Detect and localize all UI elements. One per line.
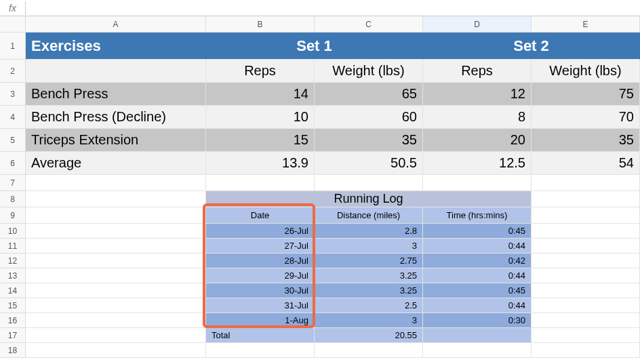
- row-header-9[interactable]: 9: [0, 207, 26, 224]
- cell-E18[interactable]: [532, 343, 640, 358]
- cell-B9[interactable]: Date: [206, 207, 315, 224]
- cell-C3[interactable]: 65: [315, 83, 423, 106]
- row-header-11[interactable]: 11: [0, 239, 26, 254]
- row-header-16[interactable]: 16: [0, 313, 26, 328]
- cell-B12[interactable]: 28-Jul: [206, 254, 315, 268]
- cell-C2[interactable]: Weight (lbs): [315, 60, 423, 83]
- cell-B10[interactable]: 26-Jul: [206, 224, 315, 239]
- cell-C9[interactable]: Distance (miles): [315, 207, 423, 224]
- cell-D12[interactable]: 0:42: [423, 254, 532, 268]
- row-header-5[interactable]: 5: [0, 129, 26, 152]
- cell-A11[interactable]: [26, 239, 206, 254]
- cell-E7[interactable]: [532, 175, 640, 191]
- cell-B3[interactable]: 14: [206, 83, 315, 106]
- cell-C14[interactable]: 3.25: [315, 283, 423, 298]
- cell-E5[interactable]: 35: [532, 129, 640, 152]
- row-header-13[interactable]: 13: [0, 268, 26, 283]
- cell-C7[interactable]: [315, 175, 423, 191]
- row-header-7[interactable]: 7: [0, 175, 26, 191]
- cell-B13[interactable]: 29-Jul: [206, 268, 315, 283]
- cell-E9[interactable]: [532, 207, 640, 224]
- cell-A2[interactable]: [26, 60, 206, 83]
- cell-A8[interactable]: [26, 191, 206, 207]
- cell-A9[interactable]: [26, 207, 206, 224]
- cell-E15[interactable]: [532, 298, 640, 313]
- row-header-15[interactable]: 15: [0, 298, 26, 313]
- row-header-3[interactable]: 3: [0, 83, 26, 106]
- cell-B2[interactable]: Reps: [206, 60, 315, 83]
- cell-A1[interactable]: Exercises: [26, 33, 206, 60]
- cell-C15[interactable]: 2.5: [315, 298, 423, 313]
- cell-E4[interactable]: 70: [532, 106, 640, 129]
- cell-A14[interactable]: [26, 283, 206, 298]
- cell-A10[interactable]: [26, 224, 206, 239]
- cell-D11[interactable]: 0:44: [423, 239, 532, 254]
- row-header-4[interactable]: 4: [0, 106, 26, 129]
- cell-E6[interactable]: 54: [532, 152, 640, 175]
- cell-A17[interactable]: [26, 328, 206, 343]
- col-header-C[interactable]: C: [315, 16, 423, 33]
- cell-D15[interactable]: 0:44: [423, 298, 532, 313]
- cell-C12[interactable]: 2.75: [315, 254, 423, 268]
- cell-E3[interactable]: 75: [532, 83, 640, 106]
- cell-A12[interactable]: [26, 254, 206, 268]
- select-all-corner[interactable]: [0, 16, 26, 33]
- cell-D13[interactable]: 0:44: [423, 268, 532, 283]
- cell-A4[interactable]: Bench Press (Decline): [26, 106, 206, 129]
- cell-C4[interactable]: 60: [315, 106, 423, 129]
- cell-A18[interactable]: [26, 343, 206, 358]
- cell-D3[interactable]: 12: [423, 83, 532, 106]
- cell-C13[interactable]: 3.25: [315, 268, 423, 283]
- col-header-E[interactable]: E: [532, 16, 640, 33]
- cell-B16[interactable]: 1-Aug: [206, 313, 315, 328]
- formula-input[interactable]: [26, 0, 640, 16]
- cell-D7[interactable]: [423, 175, 532, 191]
- cell-B8-D8[interactable]: Running Log: [206, 191, 532, 207]
- cell-A3[interactable]: Bench Press: [26, 83, 206, 106]
- row-header-12[interactable]: 12: [0, 254, 26, 268]
- cell-E14[interactable]: [532, 283, 640, 298]
- cell-B7[interactable]: [206, 175, 315, 191]
- col-header-D[interactable]: D: [423, 16, 532, 33]
- cell-A6[interactable]: Average: [26, 152, 206, 175]
- cell-B4[interactable]: 10: [206, 106, 315, 129]
- cell-D10[interactable]: 0:45: [423, 224, 532, 239]
- cell-E17[interactable]: [532, 328, 640, 343]
- cell-E10[interactable]: [532, 224, 640, 239]
- row-header-14[interactable]: 14: [0, 283, 26, 298]
- cell-E12[interactable]: [532, 254, 640, 268]
- cell-D9[interactable]: Time (hrs:mins): [423, 207, 532, 224]
- cell-D16[interactable]: 0:30: [423, 313, 532, 328]
- cell-C17[interactable]: 20.55: [315, 328, 423, 343]
- cell-B14[interactable]: 30-Jul: [206, 283, 315, 298]
- cell-B17[interactable]: Total: [206, 328, 315, 343]
- cell-D6[interactable]: 12.5: [423, 152, 532, 175]
- cell-B6[interactable]: 13.9: [206, 152, 315, 175]
- cell-A16[interactable]: [26, 313, 206, 328]
- cell-D2[interactable]: Reps: [423, 60, 532, 83]
- row-header-10[interactable]: 10: [0, 224, 26, 239]
- cell-C11[interactable]: 3: [315, 239, 423, 254]
- cell-E11[interactable]: [532, 239, 640, 254]
- cell-B5[interactable]: 15: [206, 129, 315, 152]
- cell-D1-E1[interactable]: Set 2: [423, 33, 640, 60]
- row-header-17[interactable]: 17: [0, 328, 26, 343]
- grid[interactable]: A B C D E 1 Exercises Set 1 Set 2 2 Reps…: [0, 16, 640, 358]
- cell-D4[interactable]: 8: [423, 106, 532, 129]
- cell-B1-C1[interactable]: Set 1: [206, 33, 423, 60]
- cell-D18[interactable]: [423, 343, 532, 358]
- cell-C10[interactable]: 2.8: [315, 224, 423, 239]
- cell-C18[interactable]: [315, 343, 423, 358]
- cell-B18[interactable]: [206, 343, 315, 358]
- cell-C5[interactable]: 35: [315, 129, 423, 152]
- cell-A7[interactable]: [26, 175, 206, 191]
- cell-B15[interactable]: 31-Jul: [206, 298, 315, 313]
- row-header-8[interactable]: 8: [0, 191, 26, 207]
- cell-A5[interactable]: Triceps Extension: [26, 129, 206, 152]
- cell-D5[interactable]: 20: [423, 129, 532, 152]
- col-header-A[interactable]: A: [26, 16, 206, 33]
- cell-D14[interactable]: 0:45: [423, 283, 532, 298]
- cell-E2[interactable]: Weight (lbs): [532, 60, 640, 83]
- cell-E16[interactable]: [532, 313, 640, 328]
- row-header-6[interactable]: 6: [0, 152, 26, 175]
